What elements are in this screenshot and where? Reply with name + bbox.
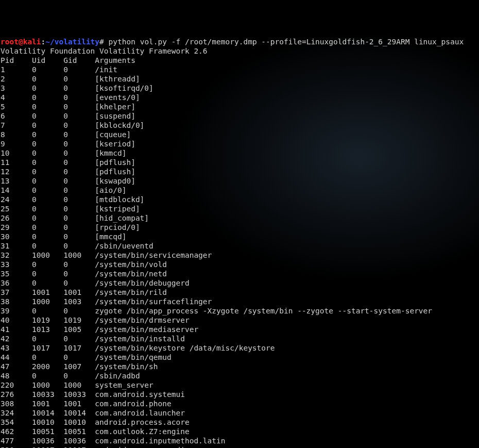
table-row: 530 10007 10007 android.process.media xyxy=(1,446,190,448)
table-row: 26 0 0 [hid_compat] xyxy=(1,214,149,222)
table-row: 6 0 0 [suspend] xyxy=(1,112,135,120)
table-row: 48 0 0 /sbin/adbd xyxy=(1,372,140,380)
terminal-output[interactable]: root@kali:~/volatility# python vol.py -f… xyxy=(0,37,479,448)
table-row: 31 0 0 /sbin/ueventd xyxy=(1,242,153,250)
table-row: 38 1000 1003 /system/bin/surfaceflinger xyxy=(1,297,212,306)
table-row: 9 0 0 [kseriod] xyxy=(1,140,135,148)
prompt-user: root@kali xyxy=(1,38,41,46)
table-row: 324 10014 10014 com.android.launcher xyxy=(1,409,185,417)
table-row: 3 0 0 [ksoftirqd/0] xyxy=(1,84,153,92)
table-row: 41 1013 1005 /system/bin/mediaserver xyxy=(1,325,198,334)
table-row: 354 10010 10010 android.process.acore xyxy=(1,418,190,426)
table-row: 30 0 0 [mmcqd] xyxy=(1,233,126,241)
table-row: 35 0 0 /system/bin/netd xyxy=(1,270,167,278)
process-table: Pid Uid Gid Arguments 1 0 0 /init 2 0 0 … xyxy=(1,56,432,448)
prompt-line: root@kali:~/volatility# python vol.py -f… xyxy=(1,38,464,46)
table-row: 5 0 0 [khelper] xyxy=(1,103,135,111)
table-row: 37 1001 1001 /system/bin/rild xyxy=(1,288,167,296)
table-row: 39 0 0 zygote /bin/app_process -Xzygote … xyxy=(1,307,432,315)
table-row: 42 0 0 /system/bin/installd xyxy=(1,335,185,343)
table-row: 13 0 0 [kswapd0] xyxy=(1,177,135,185)
table-row: 276 10033 10033 com.android.systemui xyxy=(1,390,185,399)
table-row: 47 2000 1007 /system/bin/sh xyxy=(1,362,158,371)
table-row: 36 0 0 /system/bin/debuggerd xyxy=(1,279,190,287)
table-row: 44 0 0 /system/bin/qemud xyxy=(1,353,172,361)
table-row: 24 0 0 [mtdblockd] xyxy=(1,195,144,204)
table-row: 43 1017 1017 /system/bin/keystore /data/… xyxy=(1,344,275,352)
table-row: 29 0 0 [rpciod/0] xyxy=(1,223,140,231)
table-row: 32 1000 1000 /system/bin/servicemanager xyxy=(1,251,212,259)
table-row: 10 0 0 [kmmcd] xyxy=(1,149,126,157)
table-row: 477 10036 10036 com.android.inputmethod.… xyxy=(1,437,226,445)
prompt-hash: # xyxy=(99,38,104,46)
table-row: 40 1019 1019 /system/bin/drmserver xyxy=(1,316,190,324)
table-row: 1 0 0 /init xyxy=(1,65,117,74)
table-row: 14 0 0 [aio/0] xyxy=(1,186,126,194)
table-row: 7 0 0 [kblockd/0] xyxy=(1,121,144,129)
table-row: 220 1000 1000 system_server xyxy=(1,381,153,389)
table-row: 33 0 0 /system/bin/vold xyxy=(1,260,167,269)
prompt-path: ~/volatility xyxy=(45,38,99,46)
table-row: 25 0 0 [kstriped] xyxy=(1,205,140,213)
table-row: 12 0 0 [pdflush] xyxy=(1,168,135,176)
table-row: 8 0 0 [cqueue] xyxy=(1,130,131,139)
table-header-row: Pid Uid Gid Arguments xyxy=(1,56,135,64)
command-text: python vol.py -f /root/memory.dmp --prof… xyxy=(104,38,464,46)
table-row: 4 0 0 [events/0] xyxy=(1,93,140,102)
table-row: 308 1001 1001 com.android.phone xyxy=(1,400,172,408)
volatility-banner: Volatility Foundation Volatility Framewo… xyxy=(1,47,208,55)
table-row: 462 10051 10051 com.outlook.Z7:engine xyxy=(1,427,190,436)
table-row: 2 0 0 [kthreadd] xyxy=(1,75,140,83)
table-row: 11 0 0 [pdflush] xyxy=(1,158,135,167)
prompt-separator: : xyxy=(41,38,46,46)
